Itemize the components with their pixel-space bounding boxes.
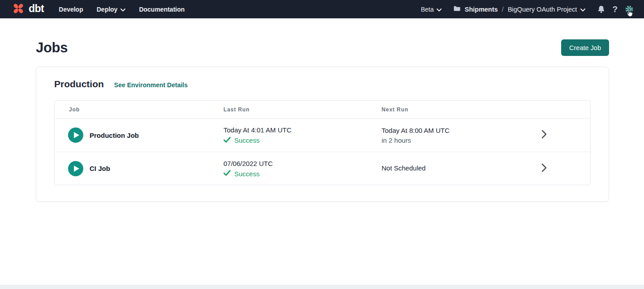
success-check-icon <box>223 170 231 178</box>
table-row-production-job[interactable]: Production Job Today At 4:01 AM UTC Succ… <box>55 119 590 152</box>
top-nav: dbt Develop Deploy Documentation Beta <box>0 0 644 18</box>
nav-item-documentation[interactable]: Documentation <box>139 6 185 13</box>
last-run-status: Success <box>234 136 260 144</box>
jobs-table-header: Job Last Run Next Run <box>55 101 590 119</box>
primary-nav-links: Develop Deploy Documentation <box>59 6 185 13</box>
chevron-right-icon[interactable] <box>541 163 547 174</box>
nav-item-documentation-label: Documentation <box>139 6 185 13</box>
next-run-note: in 2 hours <box>382 136 541 144</box>
chevron-right-icon[interactable] <box>541 130 547 140</box>
notifications-bell-icon[interactable] <box>597 5 605 14</box>
job-name: Production Job <box>90 132 139 139</box>
nav-icon-group: ? <box>597 4 634 14</box>
settings-gear-icon[interactable] <box>624 4 634 14</box>
nav-item-deploy-label: Deploy <box>97 6 118 13</box>
last-run-time: 07/06/2022 UTC <box>223 159 382 168</box>
beta-label: Beta <box>421 6 434 13</box>
run-job-play-button[interactable] <box>68 161 83 176</box>
project-breadcrumb[interactable]: Shipments / BigQuery OAuth Project <box>453 5 585 13</box>
table-row-ci-job[interactable]: CI Job 07/06/2022 UTC Success Not Schedu… <box>55 152 590 185</box>
help-icon[interactable]: ? <box>612 5 618 13</box>
column-header-last-run: Last Run <box>223 106 382 113</box>
play-icon <box>74 132 79 138</box>
project-name: BigQuery OAuth Project <box>508 6 577 13</box>
folder-icon <box>453 5 461 13</box>
nav-item-deploy[interactable]: Deploy <box>97 6 126 13</box>
breadcrumb-separator: / <box>502 6 504 13</box>
beta-dropdown[interactable]: Beta <box>421 6 442 13</box>
page-title: Jobs <box>36 40 68 56</box>
job-name: CI Job <box>90 165 110 172</box>
play-icon <box>74 166 79 172</box>
main-content: Jobs Create Job Production See Environme… <box>0 39 644 202</box>
see-environment-details-link[interactable]: See Environment Details <box>114 81 188 89</box>
next-run-time: Not Scheduled <box>382 164 541 173</box>
bottom-edge-strip <box>0 285 644 289</box>
next-run-time: Today At 8:00 AM UTC <box>382 126 541 135</box>
environment-name: Production <box>54 79 104 89</box>
last-run-status: Success <box>234 170 260 178</box>
help-glyph: ? <box>612 5 618 13</box>
column-header-next-run: Next Run <box>382 106 541 113</box>
chevron-down-icon <box>580 6 585 13</box>
column-header-job: Job <box>55 106 223 113</box>
account-name: Shipments <box>464 6 498 13</box>
dbt-logo-text: dbt <box>29 4 44 15</box>
nav-item-develop-label: Develop <box>59 6 83 13</box>
chevron-down-icon <box>120 6 125 13</box>
create-job-button[interactable]: Create Job <box>561 39 609 56</box>
dbt-logo[interactable]: dbt <box>11 1 44 18</box>
chevron-down-icon <box>437 6 442 13</box>
dbt-logo-icon <box>11 1 26 18</box>
jobs-table: Job Last Run Next Run Production Job Tod… <box>54 100 591 185</box>
success-check-icon <box>223 136 231 144</box>
run-job-play-button[interactable] <box>68 128 83 143</box>
production-environment-card: Production See Environment Details Job L… <box>36 67 609 202</box>
last-run-time: Today At 4:01 AM UTC <box>223 126 382 135</box>
nav-item-develop[interactable]: Develop <box>59 6 83 13</box>
